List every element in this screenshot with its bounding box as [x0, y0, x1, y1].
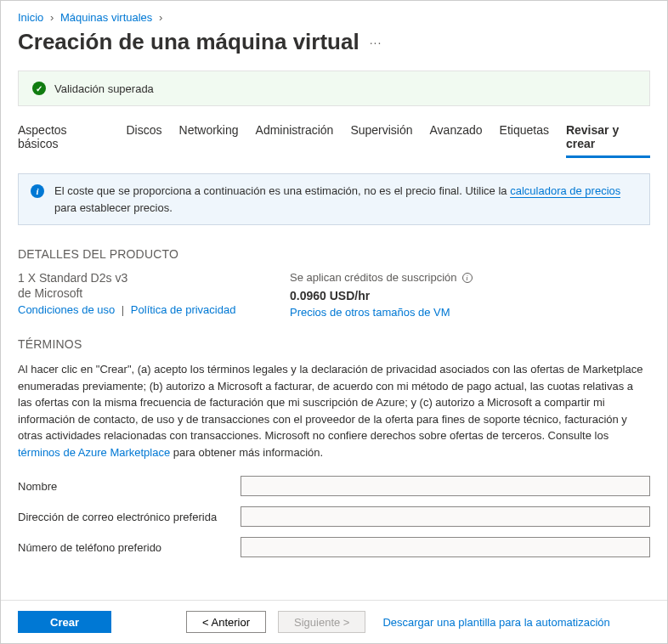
chevron-right-icon: ›	[50, 11, 54, 24]
tab-management[interactable]: Administración	[256, 120, 334, 158]
help-icon[interactable]: i	[462, 273, 473, 283]
tab-disks[interactable]: Discos	[127, 120, 162, 158]
email-label: Dirección de correo electrónico preferid…	[18, 511, 241, 523]
terms-heading: TÉRMINOS	[18, 337, 650, 351]
validation-banner: ✓ Validación superada	[18, 71, 650, 106]
other-vm-sizes-link[interactable]: Precios de otros tamaños de VM	[290, 306, 450, 319]
terms-text: Al hacer clic en "Crear", (a) acepto los…	[18, 361, 650, 460]
product-details-heading: DETALLES DEL PRODUCTO	[18, 247, 650, 261]
create-button[interactable]: Crear	[18, 611, 111, 633]
terms-suffix: para obtener más información.	[170, 446, 323, 459]
tab-networking[interactable]: Networking	[179, 120, 239, 158]
tab-monitoring[interactable]: Supervisión	[350, 120, 412, 158]
terms-of-use-link[interactable]: Condiciones de uso	[18, 303, 115, 316]
privacy-policy-link[interactable]: Política de privacidad	[131, 303, 236, 316]
chevron-right-icon: ›	[159, 11, 162, 24]
breadcrumb: Inicio › Máquinas virtuales ›	[18, 11, 650, 24]
more-icon[interactable]: ···	[370, 36, 382, 49]
next-button: Siguiente >	[278, 611, 365, 633]
breadcrumb-vms[interactable]: Máquinas virtuales	[60, 11, 152, 24]
info-banner: i El coste que se proporciona a continua…	[18, 173, 650, 225]
product-sku: 1 X Standard D2s v3	[18, 271, 239, 285]
tab-review-create[interactable]: Revisar y crear	[566, 120, 650, 158]
info-text-suffix: para establecer precios.	[54, 201, 173, 214]
phone-input[interactable]	[241, 537, 650, 557]
validation-message: Validación superada	[54, 82, 154, 95]
credits-label: Se aplican créditos de suscripción	[290, 271, 457, 284]
download-template-link[interactable]: Descargar una plantilla para la automati…	[382, 616, 609, 629]
page-title: Creación de una máquina virtual	[18, 29, 359, 55]
check-circle-icon: ✓	[32, 82, 46, 95]
marketplace-terms-link[interactable]: términos de Azure Marketplace	[18, 446, 170, 459]
breadcrumb-home[interactable]: Inicio	[18, 11, 43, 24]
name-input[interactable]	[241, 476, 650, 496]
pricing-calculator-link[interactable]: calculadora de precios	[510, 184, 620, 198]
name-label: Nombre	[18, 480, 241, 493]
tabs: Aspectos básicos Discos Networking Admin…	[18, 120, 650, 158]
info-icon: i	[31, 184, 44, 198]
phone-label: Número de teléfono preferido	[18, 541, 241, 554]
email-input[interactable]	[241, 506, 650, 527]
tab-basics[interactable]: Aspectos básicos	[18, 120, 110, 158]
tab-tags[interactable]: Etiquetas	[500, 120, 549, 158]
footer: Crear < Anterior Siguiente > Descargar u…	[1, 600, 667, 643]
product-price: 0.0960 USD/hr	[290, 289, 473, 302]
product-vendor: de Microsoft	[18, 286, 239, 300]
info-text-prefix: El coste que se proporciona a continuaci…	[54, 184, 510, 197]
link-separator: |	[122, 303, 124, 316]
tab-advanced[interactable]: Avanzado	[430, 120, 483, 158]
previous-button[interactable]: < Anterior	[186, 611, 266, 633]
terms-body: Al hacer clic en "Crear", (a) acepto los…	[18, 363, 643, 442]
